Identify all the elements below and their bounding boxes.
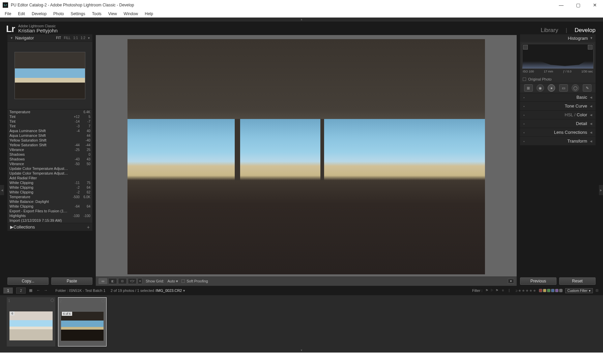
loupe-view[interactable] xyxy=(96,35,517,278)
monitor-tab-1[interactable]: 1 xyxy=(3,287,13,294)
flag-reject-icon[interactable]: ⚑ xyxy=(495,289,499,293)
menu-settings[interactable]: Settings xyxy=(68,11,88,17)
history-row[interactable]: Vibrance-5050 xyxy=(7,161,92,166)
filmstrip-thumb[interactable]: 26 of 6 xyxy=(58,297,107,346)
flag-unflag-icon[interactable]: ⚐ xyxy=(490,289,494,293)
top-panel-toggle[interactable]: ▲ xyxy=(0,18,603,22)
grid-view-icon[interactable]: ▦ xyxy=(29,288,34,293)
history-row[interactable]: Tint+125 xyxy=(7,114,92,119)
reset-button[interactable]: Reset xyxy=(559,277,596,285)
crop-tool-icon[interactable]: ⊞ xyxy=(524,84,533,92)
menu-develop[interactable]: Develop xyxy=(29,11,49,17)
panel-detail[interactable]: ▪Detail◀ xyxy=(520,119,596,128)
navigator-preview[interactable] xyxy=(7,42,92,109)
zoom-fit[interactable]: FIT xyxy=(56,36,61,40)
custom-filter-dropdown[interactable]: Custom Filter▾ xyxy=(565,288,593,293)
history-row[interactable]: Yellow Saturation Shift-44-44 xyxy=(7,143,92,147)
history-row[interactable]: Yellow Saturation Shift-40 xyxy=(7,138,92,143)
panel-switch-icon[interactable]: ▪ xyxy=(523,113,527,117)
history-row[interactable]: Vibrance-2525 xyxy=(7,147,92,152)
history-row[interactable]: Highlights-100-100 xyxy=(7,213,92,218)
history-row[interactable]: Update Color Temperature Adjustment xyxy=(7,171,92,176)
history-row[interactable]: White Clipping-264 xyxy=(7,185,92,190)
panel-switch-icon[interactable]: ▪ xyxy=(523,104,527,108)
history-row[interactable]: Import (12/12/2019 7:15:39 AM) xyxy=(7,218,92,223)
auto-label[interactable]: Auto ▾ xyxy=(167,279,178,283)
color-chip[interactable] xyxy=(543,289,546,292)
navigator-header[interactable]: ▼ Navigator FITFILL1:11:2▾ xyxy=(7,34,92,42)
history-row[interactable]: White Clipping-262 xyxy=(7,190,92,194)
before-after-tb-button[interactable]: ⊟ xyxy=(118,278,127,284)
panel-hsl-color[interactable]: ▪HSL / Color◀ xyxy=(520,111,596,119)
panel-switch-icon[interactable]: ▪ xyxy=(523,131,527,134)
panel-lens-corrections[interactable]: ▪Lens Corrections◀ xyxy=(520,128,596,137)
panel-switch-icon[interactable]: ▪ xyxy=(523,96,527,99)
soft-proofing-toggle[interactable]: Soft Proofing xyxy=(181,279,208,283)
original-photo-toggle[interactable]: Original Photo xyxy=(520,75,596,83)
history-row[interactable]: Aqua Luminance Shift44 xyxy=(7,133,92,138)
before-after-split-button[interactable]: Y|Y xyxy=(128,278,137,284)
redeye-tool-icon[interactable]: ● xyxy=(548,84,555,92)
add-collection-icon[interactable]: + xyxy=(87,224,90,230)
zoom-1-1[interactable]: 1:1 xyxy=(73,36,78,40)
history-row[interactable]: Add Radial Filter xyxy=(7,176,92,180)
history-row[interactable]: Shadows-4343 xyxy=(7,157,92,161)
history-row[interactable]: White Clipping-1175 xyxy=(7,180,92,185)
menu-view[interactable]: View xyxy=(106,11,120,17)
checkbox-icon[interactable] xyxy=(523,78,526,81)
history-row[interactable]: Tint-14-7 xyxy=(7,119,92,124)
menu-tools[interactable]: Tools xyxy=(89,11,104,17)
flag-pick-icon[interactable]: ⚑ xyxy=(485,289,489,293)
checkbox-icon[interactable] xyxy=(181,279,185,283)
filter-settings-icon[interactable]: ≡ xyxy=(502,289,506,293)
before-after-lr-button[interactable]: ◧ xyxy=(108,278,117,284)
filmstrip[interactable]: 1626 of 6 xyxy=(0,295,603,348)
color-chip[interactable] xyxy=(551,289,554,292)
color-chip[interactable] xyxy=(547,289,550,292)
history-row[interactable]: Temperature-5006.0K xyxy=(7,194,92,199)
filmstrip-path[interactable]: Folder : ISN51K - Test Batch 1 2 of 19 p… xyxy=(55,289,185,293)
previous-button[interactable]: Previous xyxy=(520,277,556,285)
left-panel-toggle[interactable]: ◀ xyxy=(0,185,4,195)
history-row[interactable]: White Clipping-6464 xyxy=(7,204,92,209)
maximize-button[interactable]: ▢ xyxy=(573,2,583,8)
menu-edit[interactable]: Edit xyxy=(15,11,28,17)
histogram-header[interactable]: Histogram ▼ xyxy=(520,34,596,42)
zoom-fill[interactable]: FILL xyxy=(64,36,70,40)
toolbar-menu-icon[interactable]: ▼ xyxy=(508,279,514,283)
histogram[interactable]: ISO 100 17 mm ƒ / 8.0 1/30 sec xyxy=(520,42,596,75)
panel-transform[interactable]: ▪Transform◀ xyxy=(520,137,596,146)
zoom-more-icon[interactable]: ▾ xyxy=(88,36,90,40)
module-library[interactable]: Library xyxy=(541,27,558,34)
spot-removal-icon[interactable]: ◉ xyxy=(537,84,544,92)
graduated-filter-icon[interactable]: ▭ xyxy=(559,84,568,92)
panel-switch-icon[interactable]: ▪ xyxy=(523,140,527,143)
module-develop[interactable]: Develop xyxy=(575,27,596,34)
star-filter[interactable]: ≥★★★★★ xyxy=(516,289,536,293)
panel-switch-icon[interactable]: ▪ xyxy=(523,122,527,125)
collections-header[interactable]: ▶ Collections + xyxy=(7,223,92,231)
menu-help[interactable]: Help xyxy=(142,11,156,17)
menu-photo[interactable]: Photo xyxy=(51,11,66,17)
paste-button[interactable]: Paste xyxy=(51,277,92,285)
copy-button[interactable]: Copy... xyxy=(7,277,49,285)
color-chip[interactable] xyxy=(555,289,558,292)
view-mode-more[interactable]: ▾ xyxy=(138,278,142,284)
history-row[interactable]: Export - Export Files to Fusion (12/12/… xyxy=(7,209,92,213)
minimize-button[interactable]: — xyxy=(556,2,567,8)
panel-tone-curve[interactable]: ▪Tone Curve◀ xyxy=(520,102,596,111)
highlight-clipping-icon[interactable] xyxy=(588,45,593,50)
history-row[interactable]: Temperature6.4K xyxy=(7,110,92,114)
bottom-panel-toggle[interactable]: ▼ xyxy=(0,348,603,353)
panel-basic[interactable]: ▪Basic◀ xyxy=(520,93,596,102)
right-panel-toggle[interactable]: ▶ xyxy=(599,185,603,195)
close-button[interactable]: ✕ xyxy=(590,2,600,8)
menu-window[interactable]: Window xyxy=(121,11,141,17)
zoom-1-2[interactable]: 1:2 xyxy=(81,36,85,40)
history-row[interactable]: Update Color Temperature Adjustment xyxy=(7,166,92,171)
monitor-tab-2[interactable]: 2 xyxy=(16,287,26,294)
adjustment-brush-icon[interactable]: ✎ xyxy=(583,84,592,92)
color-chip[interactable] xyxy=(539,289,542,292)
nav-back-icon[interactable]: ← xyxy=(36,288,42,293)
filter-lock-icon[interactable]: ⊟ xyxy=(596,289,600,293)
